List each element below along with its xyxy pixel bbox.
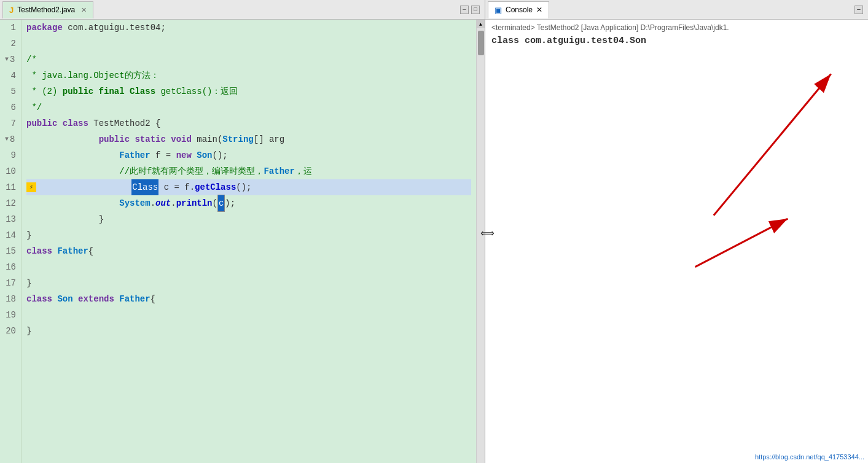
code-line-18: class Son extends Father{ xyxy=(26,291,471,307)
code-line-5: * (2) public final Class getClass()：返回 xyxy=(26,84,471,99)
code-line-6: */ xyxy=(26,99,471,115)
console-tab-bar: ▣ Console ✕ — xyxy=(485,0,868,20)
editor-maximize-button[interactable]: □ xyxy=(471,6,480,14)
console-content: <terminated> TestMethod2 [Java Applicati… xyxy=(485,20,868,50)
annotation-arrows xyxy=(485,0,868,463)
line-numbers: 1 2 ▼3 4 5 6 7 ▼8 9 10 11 12 13 14 15 16… xyxy=(0,20,22,463)
code-line-2 xyxy=(26,36,471,52)
editor-tab-close[interactable]: ✕ xyxy=(81,6,87,14)
code-line-15: class Father{ xyxy=(26,243,471,259)
console-panel: ▣ Console ✕ — <terminated> TestMethod2 [… xyxy=(485,0,868,463)
code-area: 1 2 ▼3 4 5 6 7 ▼8 9 10 11 12 13 14 15 16… xyxy=(0,20,485,463)
svg-line-2 xyxy=(714,74,831,215)
code-content: package com.atguigu.test04; /* * java.la… xyxy=(22,20,476,463)
svg-line-3 xyxy=(695,219,788,267)
console-minimize-button[interactable]: — xyxy=(854,6,863,14)
code-line-1: package com.atguigu.test04; xyxy=(26,20,471,36)
console-tab-label: Console xyxy=(506,6,533,14)
code-line-13: } xyxy=(26,211,471,227)
editor-window-controls: — □ xyxy=(460,6,480,14)
code-line-16 xyxy=(26,259,471,275)
watermark: https://blog.csdn.net/qq_41753344... xyxy=(755,453,864,461)
editor-tab[interactable]: J TestMethod2.java ✕ xyxy=(2,1,93,18)
code-line-19 xyxy=(26,307,471,323)
code-line-3: /* xyxy=(26,52,471,68)
console-terminated-text: <terminated> TestMethod2 [Java Applicati… xyxy=(491,23,862,32)
code-line-17: } xyxy=(26,275,471,291)
console-icon: ▣ xyxy=(495,6,502,15)
main-container: J TestMethod2.java ✕ — □ 1 2 ▼3 4 5 6 7 … xyxy=(0,0,868,463)
code-line-20: } xyxy=(26,323,471,339)
console-tab-close[interactable]: ✕ xyxy=(536,6,542,14)
scroll-thumb[interactable] xyxy=(478,31,484,55)
editor-panel: J TestMethod2.java ✕ — □ 1 2 ▼3 4 5 6 7 … xyxy=(0,0,485,463)
editor-tab-label: TestMethod2.java xyxy=(17,6,75,14)
java-file-icon: J xyxy=(9,6,14,15)
editor-minimize-button[interactable]: — xyxy=(460,6,469,14)
editor-tab-bar: J TestMethod2.java ✕ — □ xyxy=(0,0,485,20)
code-line-4: * java.lang.Object的方法： xyxy=(26,68,471,84)
console-tab[interactable]: ▣ Console ✕ xyxy=(488,1,549,18)
console-output-text: class com.atguigu.test04.Son xyxy=(491,36,862,46)
editor-scrollbar[interactable]: ▲ xyxy=(476,20,485,463)
scroll-up-arrow[interactable]: ▲ xyxy=(477,20,485,28)
panel-resize-handle[interactable]: ⟺ xyxy=(481,227,493,239)
